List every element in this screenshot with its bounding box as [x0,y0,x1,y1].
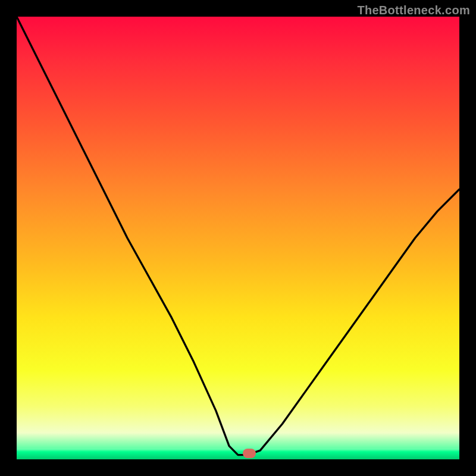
plot-area [17,17,459,459]
optimum-marker [243,449,256,458]
bottleneck-curve [17,17,459,459]
watermark-text: TheBottleneck.com [357,4,470,17]
chart-stage: TheBottleneck.com [0,0,476,476]
